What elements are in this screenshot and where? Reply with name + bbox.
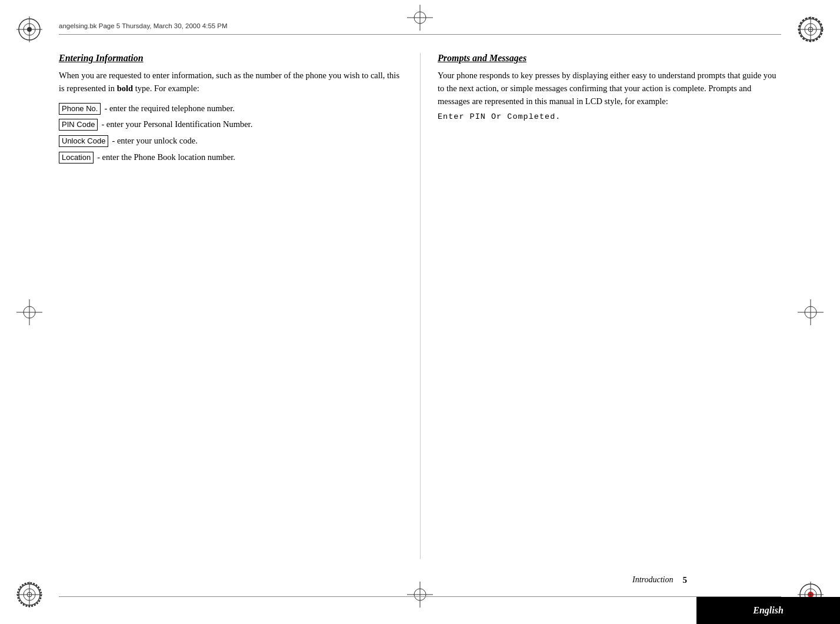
pin-code-desc: - enter your Personal Identification Num… [101,118,252,131]
location-desc: - enter the Phone Book location number. [97,151,235,164]
footer-area: Introduction 5 [0,566,840,593]
lcd-example: Enter PIN Or Completed. [438,112,781,121]
english-tab: English [696,597,840,624]
right-section-title: Prompts and Messages [438,53,781,64]
corner-mark-tl [16,16,42,42]
intro-label: Introduction [632,575,673,585]
left-column: Entering Information When you are reques… [59,53,402,559]
corner-mark-tr [798,16,824,42]
header-divider [59,34,781,35]
location-key: Location [59,152,94,163]
key-item-location: Location - enter the Phone Book location… [59,151,402,164]
key-list: Phone No. - enter the required telephone… [59,102,402,164]
corner-mark-ml [16,299,42,325]
unlock-code-key: Unlock Code [59,135,108,147]
page-bottom-divider [59,596,781,597]
pin-code-key: PIN Code [59,119,98,131]
corner-mark-mr [798,299,824,325]
header-file-info: angelsing.bk Page 5 Thursday, March 30, … [59,22,228,29]
page-number: 5 [683,575,688,585]
footer-page-info: Introduction 5 [632,575,687,585]
key-item-unlockcode: Unlock Code - enter your unlock code. [59,135,402,148]
corner-mark-tm [407,5,433,31]
column-divider [420,53,421,559]
right-column: Prompts and Messages Your phone responds… [438,53,781,559]
english-label: English [753,605,784,616]
left-section-title: Entering Information [59,53,402,64]
key-item-pincode: PIN Code - enter your Personal Identific… [59,118,402,131]
phone-no-key: Phone No. [59,103,101,115]
left-section-intro: When you are requested to enter informat… [59,69,402,95]
phone-no-desc: - enter the required telephone number. [104,102,234,115]
key-item-phoneno: Phone No. - enter the required telephone… [59,102,402,115]
unlock-code-desc: - enter your unlock code. [112,135,197,148]
right-section-body: Your phone responds to key presses by di… [438,69,781,108]
